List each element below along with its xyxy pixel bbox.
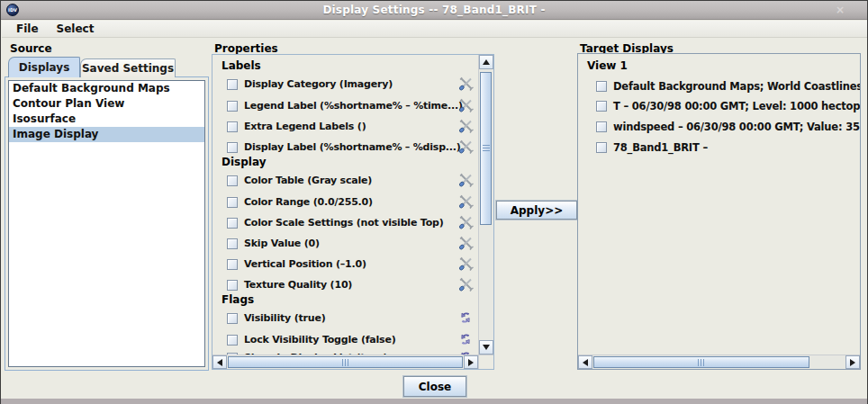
target-checkbox[interactable] [596, 121, 607, 132]
property-label: Legend Label (%shortname% – %time...) [244, 100, 463, 112]
group-header-labels: Labels [222, 59, 261, 74]
target-row: 78_Band1_BRIT – [578, 139, 860, 156]
property-row: Display Label (%shortname% – %disp...) [212, 139, 478, 156]
property-row: Extra Legend Labels () [212, 118, 478, 135]
properties-horizontal-scrollbar[interactable] [212, 355, 478, 369]
vertical-scroll-thumb[interactable] [480, 72, 492, 225]
scrollbar-corner [478, 355, 493, 369]
property-checkbox[interactable] [227, 101, 238, 112]
scroll-right-button[interactable] [845, 355, 860, 369]
property-checkbox[interactable] [227, 218, 238, 229]
property-checkbox[interactable] [227, 197, 238, 208]
properties-scroll-pane: Labels Display Category (Imagery) Legend… [212, 54, 494, 370]
property-label: Color Scale Settings (not visible Top) [244, 217, 444, 229]
close-button[interactable]: Close [403, 376, 466, 397]
target-label: Default Background Maps; World Coastline… [613, 80, 860, 93]
edit-properties-icon[interactable] [458, 256, 474, 271]
list-item-default-background-maps[interactable]: Default Background Maps [9, 81, 204, 96]
source-section-label: Source [10, 42, 52, 55]
toggle-flag-icon[interactable] [458, 310, 474, 325]
view-1-label: View 1 [587, 59, 628, 72]
titlebar[interactable]: IDV Display Settings -- 78_Band1_BRIT - … [1, 1, 867, 20]
window-title: Display Settings -- 78_Band1_BRIT - [1, 4, 867, 16]
target-label: T – 06/30/98 00:00 GMT; Level: 1000 hect… [613, 100, 860, 112]
edit-properties-icon[interactable] [458, 98, 474, 112]
property-checkbox[interactable] [227, 238, 238, 249]
scroll-left-button[interactable] [212, 355, 227, 369]
target-horizontal-scrollbar[interactable] [578, 355, 860, 369]
target-displays-panel: View 1 Default Background Maps; World Co… [577, 53, 861, 370]
toggle-flag-icon[interactable] [458, 332, 474, 346]
property-checkbox[interactable] [227, 313, 238, 324]
scroll-up-button[interactable] [479, 55, 493, 69]
target-checkbox[interactable] [596, 142, 607, 153]
scroll-right-button[interactable] [464, 355, 478, 369]
property-checkbox[interactable] [227, 79, 238, 90]
scroll-left-button[interactable] [578, 355, 592, 369]
properties-viewport: Labels Display Category (Imagery) Legend… [212, 55, 478, 355]
list-item-isosurface[interactable]: Isosurface [9, 112, 204, 127]
property-row: Legend Label (%shortname% – %time...) [212, 97, 478, 114]
right-arrow-icon [468, 359, 474, 366]
edit-properties-icon[interactable] [458, 173, 474, 187]
up-arrow-icon [483, 59, 490, 65]
horizontal-scroll-thumb[interactable] [228, 356, 463, 368]
target-row: Default Background Maps; World Coastline… [578, 77, 860, 94]
property-checkbox[interactable] [227, 280, 238, 291]
property-row: Lock Visibility Toggle (false) [212, 331, 478, 348]
property-checkbox[interactable] [227, 142, 238, 153]
property-row: Color Scale Settings (not visible Top) [212, 214, 478, 231]
source-tab-content: Default Background Maps Contour Plan Vie… [5, 76, 209, 371]
down-arrow-icon [483, 345, 490, 350]
scroll-down-button[interactable] [479, 340, 493, 355]
edit-properties-icon[interactable] [458, 119, 474, 133]
target-row: windspeed – 06/30/98 00:00 GMT; Value: 3… [578, 118, 860, 135]
displays-list: Default Background Maps Contour Plan Vie… [8, 80, 205, 367]
property-label: Display Category (Imagery) [244, 78, 393, 90]
property-row: Color Table (Gray scale) [212, 172, 478, 189]
list-item-contour-plan-view[interactable]: Contour Plan View [9, 96, 204, 112]
property-label: Color Range (0.0/255.0) [244, 196, 373, 208]
window-bottom-border [1, 399, 867, 404]
target-checkbox[interactable] [596, 101, 607, 112]
property-checkbox[interactable] [227, 335, 238, 346]
property-checkbox[interactable] [227, 175, 238, 186]
property-row: Color Range (0.0/255.0) [212, 193, 478, 211]
edit-properties-icon[interactable] [458, 139, 474, 154]
list-item-image-display[interactable]: Image Display [9, 127, 204, 142]
edit-properties-icon[interactable] [458, 194, 474, 209]
property-checkbox[interactable] [227, 121, 238, 132]
property-label: Texture Quality (10) [244, 279, 352, 291]
menu-select[interactable]: Select [50, 22, 102, 35]
horizontal-scroll-thumb[interactable] [593, 356, 809, 368]
group-header-flags: Flags [222, 293, 254, 308]
property-row: Vertical Position (–1.0) [212, 256, 478, 273]
property-label: Lock Visibility Toggle (false) [244, 334, 396, 346]
tab-saved-settings[interactable]: Saved Settings [80, 58, 176, 77]
group-header-display: Display [222, 156, 266, 170]
property-label: Color Table (Gray scale) [244, 175, 372, 186]
left-arrow-icon [217, 359, 222, 366]
property-label: Display Label (%shortname% – %disp...) [244, 141, 461, 153]
menu-file[interactable]: File [9, 22, 46, 35]
property-row: Texture Quality (10) [212, 276, 478, 293]
display-settings-window: IDV Display Settings -- 78_Band1_BRIT - … [0, 0, 868, 404]
edit-properties-icon[interactable] [458, 215, 474, 229]
properties-vertical-scrollbar[interactable] [478, 55, 493, 355]
property-checkbox[interactable] [227, 259, 238, 270]
apply-button[interactable]: Apply>> [496, 201, 577, 220]
target-label: 78_Band1_BRIT – [613, 141, 708, 154]
edit-properties-icon[interactable] [458, 277, 474, 292]
property-label: Visibility (true) [244, 312, 325, 324]
property-label: Vertical Position (–1.0) [244, 258, 366, 270]
property-row: Visibility (true) [212, 310, 478, 327]
tab-displays[interactable]: Displays [8, 57, 80, 77]
property-row: Skip Value (0) [212, 235, 478, 252]
left-arrow-icon [583, 359, 588, 366]
window-close-icon[interactable]: × [833, 3, 847, 17]
edit-properties-icon[interactable] [458, 76, 474, 91]
property-label: Skip Value (0) [244, 238, 320, 249]
edit-properties-icon[interactable] [458, 236, 474, 250]
right-arrow-icon [850, 359, 855, 366]
target-checkbox[interactable] [596, 81, 607, 92]
